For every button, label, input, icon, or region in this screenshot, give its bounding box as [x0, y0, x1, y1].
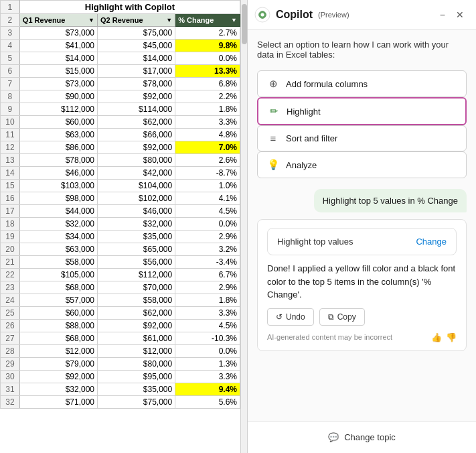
cell-e[interactable]: $45,000 — [98, 40, 175, 52]
cell-f[interactable]: 6.7% — [175, 269, 240, 281]
copy-button[interactable]: ⧉ Copy — [319, 308, 365, 326]
cell-e[interactable]: $92,000 — [98, 320, 175, 332]
cell-d[interactable]: $98,000 — [19, 192, 97, 205]
cell-d[interactable]: $71,000 — [19, 396, 97, 409]
cell-f[interactable]: 9.8% — [175, 40, 240, 52]
undo-button[interactable]: ↺ Undo — [267, 308, 314, 326]
cell-d[interactable]: $15,000 — [19, 65, 97, 78]
cell-e[interactable]: $70,000 — [98, 281, 175, 294]
scroll-thumb[interactable] — [242, 4, 247, 44]
option-btn-add-formula[interactable]: ⊕ Add formula columns — [257, 70, 467, 97]
cell-d[interactable]: $60,000 — [19, 116, 97, 129]
cell-d[interactable]: $86,000 — [19, 141, 97, 154]
cell-f[interactable]: 4.8% — [175, 129, 240, 141]
cell-e[interactable]: $42,000 — [98, 167, 175, 180]
cell-f[interactable]: 2.6% — [175, 154, 240, 167]
thumbs-down-button[interactable]: 👎 — [446, 332, 457, 342]
thumbs-up-button[interactable]: 👍 — [431, 332, 442, 342]
cell-e[interactable]: $66,000 — [98, 129, 175, 141]
cell-e[interactable]: $35,000 — [98, 231, 175, 243]
cell-d[interactable]: $68,000 — [19, 281, 97, 294]
close-button[interactable]: ✕ — [453, 8, 467, 21]
cell-e[interactable]: $102,000 — [98, 192, 175, 205]
cell-e[interactable]: $78,000 — [98, 78, 175, 90]
cell-f[interactable]: 3.3% — [175, 116, 240, 129]
cell-d[interactable]: $103,000 — [19, 180, 97, 192]
vertical-scrollbar[interactable] — [240, 0, 247, 453]
cell-f[interactable]: -8.7% — [175, 167, 240, 180]
col-f-header[interactable]: % Change ▼ — [175, 14, 240, 27]
cell-d[interactable]: $46,000 — [19, 167, 97, 180]
cell-d[interactable]: $57,000 — [19, 294, 97, 307]
cell-d[interactable]: $58,000 — [19, 256, 97, 269]
cell-f[interactable]: 7.0% — [175, 141, 240, 154]
cell-d[interactable]: $112,000 — [19, 103, 97, 116]
cell-d[interactable]: $68,000 — [19, 332, 97, 345]
cell-f[interactable]: 0.0% — [175, 52, 240, 65]
cell-d[interactable]: $12,000 — [19, 345, 97, 358]
cell-f[interactable]: 4.5% — [175, 205, 240, 218]
cell-f[interactable]: 2.7% — [175, 27, 240, 40]
cell-d[interactable]: $63,000 — [19, 129, 97, 141]
cell-e[interactable]: $46,000 — [98, 205, 175, 218]
cell-d[interactable]: $32,000 — [19, 383, 97, 396]
cell-f[interactable]: 1.8% — [175, 103, 240, 116]
cell-f[interactable]: 1.0% — [175, 180, 240, 192]
cell-e[interactable]: $80,000 — [98, 358, 175, 371]
cell-f[interactable]: 2.9% — [175, 281, 240, 294]
change-topic-button[interactable]: 💬 Change topic — [320, 428, 404, 446]
cell-d[interactable]: $44,000 — [19, 205, 97, 218]
cell-d[interactable]: $73,000 — [19, 27, 97, 40]
option-btn-analyze[interactable]: 💡 Analyze — [257, 151, 467, 178]
cell-e[interactable]: $75,000 — [98, 27, 175, 40]
cell-f[interactable]: 3.3% — [175, 307, 240, 320]
cell-e[interactable]: $12,000 — [98, 345, 175, 358]
cell-f[interactable]: 6.8% — [175, 78, 240, 90]
cell-f[interactable]: 0.0% — [175, 345, 240, 358]
cell-f[interactable]: -10.3% — [175, 332, 240, 345]
cell-f[interactable]: 9.4% — [175, 383, 240, 396]
col-d-header[interactable]: Q1 Revenue ▼ — [19, 14, 97, 27]
cell-d[interactable]: $92,000 — [19, 371, 97, 383]
cell-f[interactable]: 3.3% — [175, 371, 240, 383]
cell-d[interactable]: $60,000 — [19, 307, 97, 320]
cell-f[interactable]: 0.0% — [175, 218, 240, 231]
cell-e[interactable]: $62,000 — [98, 307, 175, 320]
cell-d[interactable]: $105,000 — [19, 269, 97, 281]
option-btn-highlight[interactable]: ✏ Highlight — [257, 97, 467, 125]
cell-e[interactable]: $62,000 — [98, 116, 175, 129]
cell-f[interactable]: 5.6% — [175, 396, 240, 409]
cell-f[interactable]: 3.2% — [175, 243, 240, 256]
cell-e[interactable]: $65,000 — [98, 243, 175, 256]
change-link[interactable]: Change — [416, 237, 447, 247]
cell-d[interactable]: $32,000 — [19, 218, 97, 231]
cell-d[interactable]: $73,000 — [19, 78, 97, 90]
cell-e[interactable]: $92,000 — [98, 90, 175, 103]
cell-e[interactable]: $114,000 — [98, 103, 175, 116]
cell-e[interactable]: $58,000 — [98, 294, 175, 307]
cell-e[interactable]: $61,000 — [98, 332, 175, 345]
cell-e[interactable]: $17,000 — [98, 65, 175, 78]
cell-d[interactable]: $90,000 — [19, 90, 97, 103]
cell-e[interactable]: $80,000 — [98, 154, 175, 167]
cell-d[interactable]: $78,000 — [19, 154, 97, 167]
cell-d[interactable]: $34,000 — [19, 231, 97, 243]
cell-e[interactable]: $75,000 — [98, 396, 175, 409]
cell-d[interactable]: $41,000 — [19, 40, 97, 52]
cell-d[interactable]: $14,000 — [19, 52, 97, 65]
cell-d[interactable]: $88,000 — [19, 320, 97, 332]
cell-e[interactable]: $104,000 — [98, 180, 175, 192]
cell-f[interactable]: 2.2% — [175, 90, 240, 103]
cell-e[interactable]: $92,000 — [98, 141, 175, 154]
cell-d[interactable]: $79,000 — [19, 358, 97, 371]
cell-f[interactable]: 1.8% — [175, 294, 240, 307]
option-btn-sort-filter[interactable]: ≡ Sort and filter — [257, 125, 467, 151]
cell-e[interactable]: $56,000 — [98, 256, 175, 269]
cell-f[interactable]: -3.4% — [175, 256, 240, 269]
cell-e[interactable]: $32,000 — [98, 218, 175, 231]
col-e-header[interactable]: Q2 Revenue ▼ — [98, 14, 175, 27]
cell-e[interactable]: $35,000 — [98, 383, 175, 396]
cell-e[interactable]: $112,000 — [98, 269, 175, 281]
cell-f[interactable]: 2.9% — [175, 231, 240, 243]
cell-f[interactable]: 13.3% — [175, 65, 240, 78]
